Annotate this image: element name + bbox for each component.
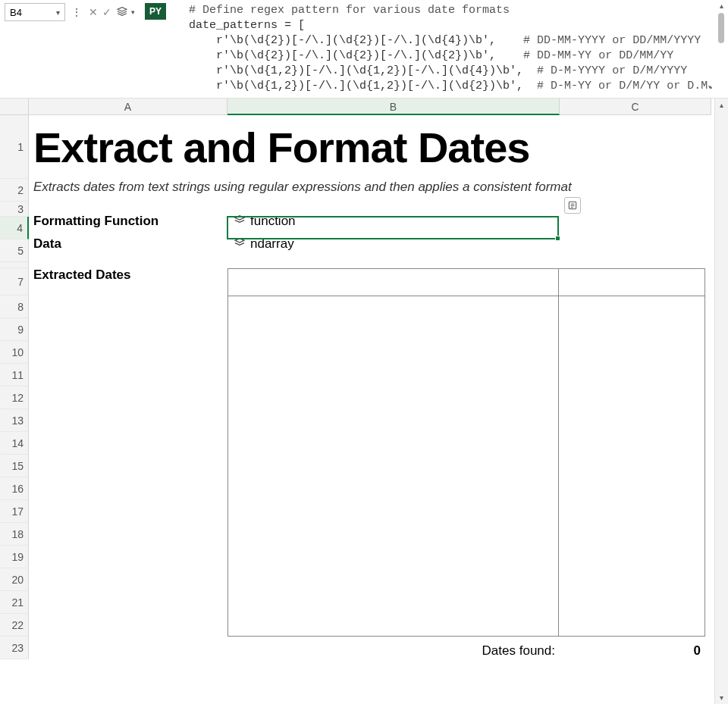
dates-found-value: 0 (560, 643, 705, 659)
code-comment: # D-M-YYYY or D/M/YYYY (537, 64, 687, 77)
row-header[interactable]: 13 (0, 409, 29, 432)
page-title: Extract and Format Dates (32, 115, 714, 172)
code-line: date_patterns = [ (189, 19, 305, 32)
row-header[interactable] (0, 262, 29, 268)
cell-grid[interactable]: Extract and Format Dates Extracts dates … (29, 115, 714, 704)
cell-value: function (250, 214, 296, 229)
extracted-dates-table[interactable] (228, 268, 705, 637)
select-all-corner[interactable] (0, 99, 29, 115)
row-header[interactable]: 16 (0, 477, 29, 500)
code-line: r'\b(\d{2})[-/\.](\d{2})[-/\.](\d{2})\b'… (189, 49, 496, 62)
row-header[interactable]: 3 (0, 202, 29, 217)
confirm-icon[interactable]: ✓ (102, 6, 112, 18)
python-badge: PY (145, 3, 166, 20)
scroll-thumb[interactable] (718, 13, 724, 43)
column-headers: A B C (29, 99, 714, 115)
formula-bar: B4 ▾ ⋮ ✕ ✓ ▾ PY # Define regex pattern f… (0, 0, 728, 99)
python-output-icon[interactable] (115, 5, 129, 20)
dates-found-label: Dates found: (228, 643, 560, 659)
name-box[interactable]: B4 ▾ (5, 3, 65, 21)
row-headers: 1 2 3 4 5 7 8 9 10 11 12 13 14 15 16 17 … (0, 115, 29, 659)
code-line: r'\b(\d{2})[-/\.](\d{2})[-/\.](\d{4})\b'… (189, 34, 496, 47)
row-header[interactable]: 21 (0, 591, 29, 614)
cell-value: ndarray (250, 236, 294, 252)
row-header[interactable]: 23 (0, 637, 29, 659)
column-header[interactable]: A (29, 99, 228, 115)
scroll-down-icon[interactable]: ▾ (708, 80, 712, 95)
row-header[interactable]: 10 (0, 341, 29, 364)
row-header[interactable]: 19 (0, 546, 29, 568)
row-header[interactable]: 20 (0, 568, 29, 591)
code-comment: # DD-MM-YYYY or DD/MM/YYYY (523, 34, 701, 47)
python-object-icon (234, 236, 246, 252)
label-data: Data (32, 236, 231, 252)
row-header[interactable]: 14 (0, 432, 29, 455)
label-formatting-function: Formatting Function (32, 214, 231, 229)
footer-row: Dates found: 0 (228, 640, 705, 662)
code-scrollbar[interactable]: ▴ (714, 0, 728, 43)
card-button[interactable] (564, 197, 581, 214)
row-formatting-function: Formatting Function function (32, 210, 714, 233)
chevron-down-icon[interactable]: ▾ (130, 8, 136, 16)
row-header[interactable]: 15 (0, 455, 29, 477)
cell-b5[interactable]: ndarray (231, 236, 563, 252)
code-comment: # DD-MM-YY or DD/MM/YY (523, 49, 673, 62)
table-body-col[interactable] (228, 296, 559, 636)
menu-dots-icon[interactable]: ⋮ (70, 6, 83, 18)
code-comment: # D-M-YY or D/M/YY or D.M.YY (537, 80, 714, 92)
code-line: r'\b(\d{1,2})[-/\.](\d{1,2})[-/\.](\d{4}… (189, 64, 523, 77)
scroll-down-icon[interactable]: ▾ (720, 691, 723, 704)
cell-b4[interactable]: function (231, 214, 563, 230)
row-header[interactable]: 7 (0, 268, 29, 296)
row-header[interactable]: 9 (0, 318, 29, 341)
scroll-up-icon[interactable]: ▴ (720, 2, 723, 10)
row-header[interactable]: 12 (0, 386, 29, 409)
scroll-up-icon[interactable]: ▴ (720, 99, 723, 111)
row-header[interactable]: 2 (0, 179, 29, 202)
name-box-value: B4 (10, 7, 22, 18)
row-header[interactable]: 8 (0, 296, 29, 318)
cancel-icon[interactable]: ✕ (88, 6, 99, 18)
row-header[interactable]: 5 (0, 239, 29, 262)
row-header[interactable]: 1 (0, 115, 29, 179)
chevron-down-icon[interactable]: ▾ (56, 8, 60, 17)
vertical-scrollbar[interactable]: ▴ ▾ (714, 99, 728, 704)
row-header[interactable]: 11 (0, 364, 29, 386)
table-body-col[interactable] (559, 296, 704, 636)
code-line: # Define regex pattern for various date … (189, 4, 510, 17)
scroll-track[interactable] (715, 111, 728, 691)
column-header[interactable]: B (228, 99, 560, 115)
row-header[interactable]: 22 (0, 614, 29, 637)
row-header[interactable]: 17 (0, 500, 29, 523)
row-header[interactable]: 18 (0, 523, 29, 546)
table-header-cell[interactable] (559, 269, 704, 296)
page-subtitle: Extracts dates from text strings using r… (32, 178, 714, 195)
row-data: Data ndarray (32, 233, 714, 255)
formula-code-editor[interactable]: # Define regex pattern for various date … (166, 0, 714, 97)
table-header-cell[interactable] (228, 269, 559, 296)
column-header[interactable]: C (560, 99, 711, 115)
python-object-icon (234, 214, 246, 230)
row-header[interactable]: 4 (0, 217, 29, 239)
code-line: r'\b(\d{1,2})[-/\.](\d{1,2})[-/\.](\d{2}… (189, 80, 523, 92)
label-extracted-dates: Extracted Dates (32, 268, 231, 283)
